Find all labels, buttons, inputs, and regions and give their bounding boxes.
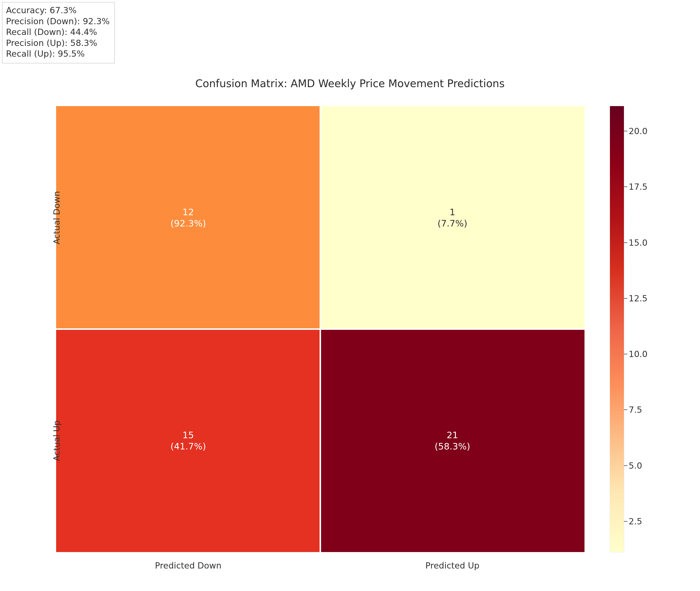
colorbar xyxy=(610,106,624,552)
cell-actual-up-predicted-up: 21 (58.3%) xyxy=(320,329,585,552)
colorbar-tick-label: 20.0 xyxy=(629,126,648,136)
cell-count: 15 xyxy=(182,430,194,441)
cell-count: 1 xyxy=(450,206,455,218)
chart-title: Confusion Matrix: AMD Weekly Price Movem… xyxy=(0,77,700,90)
colorbar-tick-label: 5.0 xyxy=(629,461,642,471)
colorbar-tick-mark xyxy=(624,521,627,522)
cell-pct: (92.3%) xyxy=(170,218,206,229)
cell-pct: (7.7%) xyxy=(438,218,467,229)
y-label-actual-up: Actual Up xyxy=(30,329,83,552)
heatmap: 12 (92.3%) 1 (7.7%) 15 (41.7%) 21 (58.3%… xyxy=(56,106,585,552)
chart-canvas: Accuracy: 67.3% Precision (Down): 92.3% … xyxy=(0,0,700,591)
heatmap-col-divider xyxy=(320,106,321,552)
y-label-actual-down: Actual Down xyxy=(30,106,83,329)
y-axis-labels: Actual Down Actual Up xyxy=(30,106,45,552)
colorbar-tick-mark xyxy=(624,298,627,299)
x-label-predicted-up: Predicted Up xyxy=(320,561,585,571)
metric-accuracy: Accuracy: 67.3% xyxy=(6,5,110,16)
cell-count: 21 xyxy=(447,430,458,441)
metric-precision-down: Precision (Down): 92.3% xyxy=(6,16,110,27)
colorbar-tick-mark xyxy=(624,187,627,187)
metric-recall-down: Recall (Down): 44.4% xyxy=(6,27,110,38)
metrics-box: Accuracy: 67.3% Precision (Down): 92.3% … xyxy=(2,2,115,63)
cell-actual-down-predicted-down: 12 (92.3%) xyxy=(56,106,320,329)
colorbar-tick-mark xyxy=(624,409,627,410)
colorbar-tick-label: 10.0 xyxy=(629,349,648,359)
metric-recall-up: Recall (Up): 95.5% xyxy=(6,49,110,59)
colorbar-tick-mark xyxy=(624,354,627,354)
colorbar-tick-labels: 20.017.515.012.510.07.55.02.5 xyxy=(629,106,658,552)
x-axis-labels: Predicted Down Predicted Up xyxy=(56,561,585,571)
cell-actual-up-predicted-down: 15 (41.7%) xyxy=(56,329,320,552)
colorbar-tick-mark xyxy=(624,243,627,243)
colorbar-tick-label: 7.5 xyxy=(629,405,642,415)
cell-pct: (41.7%) xyxy=(170,441,206,452)
colorbar-tick-label: 12.5 xyxy=(629,293,648,303)
colorbar-tick-mark xyxy=(624,465,627,466)
colorbar-tick-label: 2.5 xyxy=(629,516,642,526)
metric-precision-up: Precision (Up): 58.3% xyxy=(6,38,110,49)
colorbar-tick-label: 15.0 xyxy=(629,238,648,248)
cell-actual-down-predicted-up: 1 (7.7%) xyxy=(320,106,585,329)
cell-pct: (58.3%) xyxy=(435,441,470,452)
colorbar-tick-mark xyxy=(624,131,627,131)
x-label-predicted-down: Predicted Down xyxy=(56,561,320,571)
colorbar-tickmarks xyxy=(624,106,627,552)
cell-count: 12 xyxy=(182,206,194,218)
colorbar-tick-label: 17.5 xyxy=(629,182,648,192)
